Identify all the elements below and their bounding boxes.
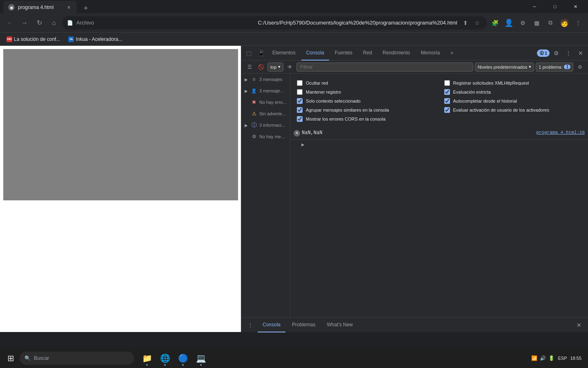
expand-arrow-icon-6: ▶ bbox=[245, 135, 249, 139]
log-entry-text: NaN,NaN bbox=[302, 130, 533, 136]
checkbox-agrupar-mensajes[interactable] bbox=[297, 107, 303, 113]
devtools-toolbar-right: 🛈 1 ⚙ ⋮ ✕ bbox=[537, 47, 586, 59]
tab-groups-button[interactable]: ▦ bbox=[530, 16, 543, 29]
tab-elementos[interactable]: Elementos bbox=[267, 46, 301, 61]
sidebar-item-user-messages[interactable]: ▶ 👤 3 mensajes ... bbox=[241, 85, 290, 96]
checkbox-evaluacion-estricta[interactable] bbox=[444, 89, 450, 95]
checkbox-solo-contexto[interactable] bbox=[297, 98, 303, 104]
taskbar-app-1[interactable]: 🌐 bbox=[157, 350, 173, 366]
extensions-button[interactable]: 🧩 bbox=[488, 16, 501, 29]
console-sidebar-toggle[interactable]: ☰ bbox=[245, 62, 254, 72]
setting-solo-contexto[interactable]: Solo contexto seleccionado bbox=[297, 96, 434, 105]
new-tab-button[interactable]: + bbox=[80, 2, 91, 14]
bookmark-label-1: La solución de conf... bbox=[14, 36, 60, 42]
sidebar-item-errors[interactable]: ▶ ✖ No hay erro... bbox=[241, 96, 290, 108]
url-protocol-icon: 📄 bbox=[67, 20, 73, 26]
problem-badge[interactable]: 1 problema: 1 bbox=[536, 63, 573, 72]
tab-memoria[interactable]: Memoria bbox=[416, 46, 445, 61]
sidebar-item-verbose[interactable]: ▶ ⚙ No hay men... bbox=[241, 131, 290, 142]
url-bar[interactable]: 📄 Archivo C:/Users/PcHp5790/Documents/lo… bbox=[62, 16, 487, 29]
bookmark-label-2: Inkua - Aceleradora... bbox=[76, 36, 122, 42]
tab-red[interactable]: Red bbox=[358, 46, 377, 61]
checkbox-mostrar-cors[interactable] bbox=[297, 116, 303, 122]
reload-button[interactable]: ↻ bbox=[33, 16, 46, 29]
device-toolbar-button[interactable]: 📱 bbox=[255, 47, 267, 59]
tab-consola[interactable]: Consola bbox=[301, 46, 329, 61]
bottom-bar-menu-icon[interactable]: ⋮ bbox=[245, 319, 256, 331]
profile-button[interactable]: 👤 bbox=[502, 16, 515, 29]
list-icon: ≡ bbox=[251, 76, 257, 82]
error-icon: ✖ bbox=[251, 99, 257, 105]
forward-button[interactable]: → bbox=[18, 16, 31, 29]
taskbar-search[interactable]: 🔍 Buscar bbox=[20, 352, 134, 365]
top-selector[interactable]: top ▾ bbox=[267, 63, 283, 72]
devtools-settings-button[interactable]: ⚙ bbox=[550, 47, 562, 59]
sidebar-item-warnings[interactable]: ▶ ⚠ Sin adverte... bbox=[241, 108, 290, 119]
share-button[interactable]: ⬆ bbox=[461, 18, 470, 28]
taskbar-app-chrome[interactable]: 🔵 bbox=[175, 350, 191, 366]
checkbox-autocompletar-historial[interactable] bbox=[444, 98, 450, 104]
bottom-tab-consola[interactable]: Consola bbox=[258, 318, 285, 332]
sidebar-item-info[interactable]: ▶ ⓘ 3 informaci... bbox=[241, 119, 290, 131]
taskbar-clock[interactable]: 18:55 bbox=[570, 356, 581, 361]
close-button[interactable]: ✕ bbox=[566, 0, 585, 13]
console-toolbar: ☰ 🚫 top ▾ 👁 Niveles predeterminados ▾ 1 … bbox=[241, 61, 588, 74]
label-solo-contexto: Solo contexto seleccionado bbox=[306, 99, 361, 103]
bookmark-item-1[interactable]: HD La solución de conf... bbox=[3, 34, 63, 44]
console-settings-button[interactable]: ⚙ bbox=[575, 62, 585, 72]
setting-evaluacion-estricta[interactable]: Evaluación estricta bbox=[444, 88, 582, 96]
checkbox-registrar-xml[interactable] bbox=[444, 80, 450, 86]
bottom-bar-close[interactable]: ✕ bbox=[573, 319, 585, 331]
tab-more[interactable]: » bbox=[445, 46, 458, 61]
start-button[interactable]: ⊞ bbox=[3, 351, 18, 366]
bookmark-item-2[interactable]: IA Inkua - Aceleradora... bbox=[65, 34, 125, 44]
settings-button[interactable]: ⚙ bbox=[516, 16, 529, 29]
console-clear-button[interactable]: 🚫 bbox=[256, 62, 266, 72]
setting-evaluar-activacion[interactable]: Evaluar activación de usuario de los act… bbox=[444, 105, 582, 114]
taskbar-app-file-explorer[interactable]: 📁 bbox=[139, 350, 155, 366]
url-protocol: Archivo bbox=[76, 20, 253, 26]
log-expand-arrow-icon[interactable]: ▶ bbox=[300, 141, 306, 147]
tab-close-button[interactable]: ✕ bbox=[65, 4, 72, 11]
avatar-button[interactable]: 🧑 bbox=[558, 16, 571, 29]
user-icon: 👤 bbox=[251, 88, 257, 94]
log-entry-source[interactable]: programa 4.html:28 bbox=[536, 130, 585, 135]
active-tab[interactable]: ◉ programa 4.html ✕ bbox=[3, 1, 77, 14]
levels-dropdown[interactable]: Niveles predeterminados ▾ bbox=[475, 63, 535, 72]
inspect-element-button[interactable]: ⬚ bbox=[243, 47, 254, 59]
setting-ocultar-red[interactable]: Ocultar red bbox=[297, 79, 434, 88]
split-button[interactable]: ⧉ bbox=[544, 16, 557, 29]
tab-rendimiento[interactable]: Rendimiento bbox=[378, 46, 415, 61]
filter-input[interactable] bbox=[296, 63, 473, 72]
maximize-button[interactable]: □ bbox=[546, 0, 564, 13]
back-button[interactable]: ← bbox=[3, 16, 16, 29]
sidebar-item-all-messages[interactable]: ▶ ≡ 3 mensajes bbox=[241, 74, 290, 85]
checkbox-ocultar-red[interactable] bbox=[297, 80, 303, 86]
setting-mantener-registro[interactable]: Mantener registro bbox=[297, 88, 434, 96]
bottom-tab-whats-new[interactable]: What's New bbox=[322, 318, 358, 332]
bookmarks-bar: HD La solución de conf... IA Inkua - Ace… bbox=[0, 33, 588, 46]
devtools-more-button[interactable]: ⋮ bbox=[563, 47, 574, 59]
bookmark-button[interactable]: ☆ bbox=[472, 18, 482, 28]
setting-agrupar-mensajes[interactable]: Agrupar mensajes similares en la consola bbox=[297, 105, 434, 114]
devtools-close-button[interactable]: ✕ bbox=[575, 47, 586, 59]
setting-registrar-xml[interactable]: Registrar solicitudes XMLHttpRequest bbox=[444, 79, 582, 88]
menu-button[interactable]: ⋮ bbox=[572, 16, 585, 29]
checkbox-evaluar-activacion[interactable] bbox=[444, 107, 450, 113]
title-bar: ◉ programa 4.html ✕ + ─ □ ✕ bbox=[0, 0, 588, 13]
taskbar-search-label: Buscar bbox=[34, 355, 49, 361]
checkbox-mantener-registro[interactable] bbox=[297, 89, 303, 95]
taskbar-app-vscode[interactable]: 💻 bbox=[193, 350, 209, 366]
url-text: C:/Users/PcHp5790/Documents/logica%20de%… bbox=[258, 20, 457, 26]
label-autocompletar-historial: Autocompletar desde el historial bbox=[453, 99, 517, 103]
setting-mostrar-cors[interactable]: Mostrar los errores CORS en la consola bbox=[297, 114, 434, 123]
log-entry-nan: N NaN,NaN programa 4.html:28 bbox=[290, 128, 588, 140]
console-eye-button[interactable]: 👁 bbox=[285, 62, 295, 72]
minimize-button[interactable]: ─ bbox=[525, 0, 544, 13]
tab-fuentes[interactable]: Fuentes bbox=[330, 46, 357, 61]
devtools-bottom-bar: ⋮ Consola Problemas What's New ✕ bbox=[241, 317, 588, 332]
label-registrar-xml: Registrar solicitudes XMLHttpRequest bbox=[453, 81, 529, 85]
bottom-tab-problemas[interactable]: Problemas bbox=[287, 318, 320, 332]
setting-autocompletar-historial[interactable]: Autocompletar desde el historial bbox=[444, 96, 582, 105]
home-button[interactable]: ⌂ bbox=[47, 16, 60, 29]
